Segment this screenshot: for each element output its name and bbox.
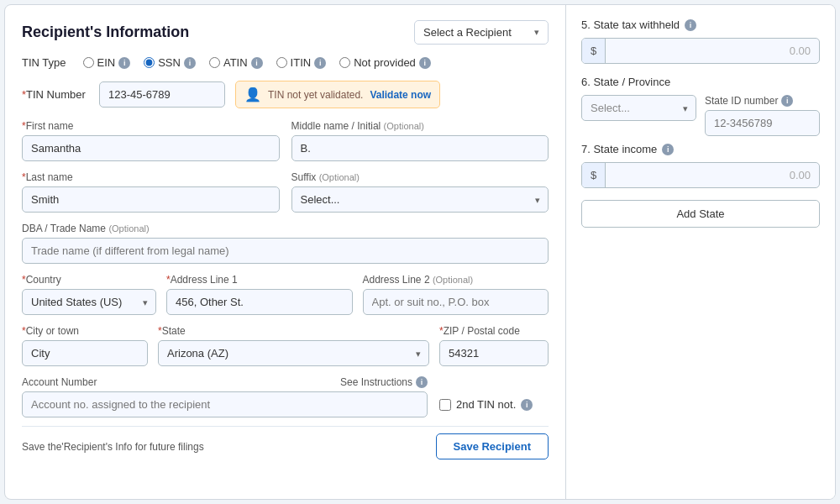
ssn-radio-option[interactable]: SSN i [144,56,196,69]
last-name-input[interactable] [22,186,280,213]
state-income-value: 0.00 [606,163,819,187]
address1-input[interactable] [166,289,353,315]
ein-radio[interactable] [83,57,94,68]
ein-radio-option[interactable]: EIN i [83,56,131,69]
country-select[interactable]: United States (US) [22,289,156,315]
not-provided-radio[interactable] [339,57,350,68]
dba-input[interactable] [22,238,549,264]
suffix-label: Suffix (Optional) [291,171,549,183]
add-state-button[interactable]: Add State [581,200,820,228]
state-province-section-label: 6. State / Province [581,76,820,88]
zip-label: *ZIP / Postal code [439,325,549,337]
validate-now-link[interactable]: Validate now [370,89,431,101]
state-income-input-wrapper: $ 0.00 [581,162,820,188]
save-info-text: Save the'Recipient's Info for future fil… [22,441,204,453]
state-id-input[interactable] [705,110,820,136]
not-provided-radio-option[interactable]: Not provided i [339,56,431,69]
city-input[interactable] [22,340,148,366]
save-recipient-button[interactable]: Save Recipient [436,433,549,459]
address2-input[interactable] [363,289,549,315]
state-tax-label: 5. State tax withheld i [581,18,820,31]
page-title: Recipient's Information [22,24,189,41]
tin-number-input[interactable] [99,81,225,108]
middle-name-label: Middle name / Initial (Optional) [291,120,549,132]
last-name-label: *Last name [22,171,280,183]
second-tin-info-icon[interactable]: i [521,399,533,411]
ssn-radio[interactable] [144,57,155,68]
address1-label: *Address Line 1 [166,274,353,286]
account-number-label: Account Number [22,376,97,388]
see-instructions-info-icon[interactable]: i [416,376,428,388]
itin-radio-option[interactable]: ITIN i [276,56,327,69]
state-income-label: 7. State income i [581,143,820,155]
account-number-input[interactable] [22,391,428,417]
first-name-input[interactable] [22,135,280,161]
atin-info-icon[interactable]: i [251,57,263,69]
address2-label: Address Line 2 (Optional) [363,274,549,286]
select-recipient-dropdown[interactable]: Select a Recipient ▾ [414,20,549,45]
state-id-label: State ID number i [705,95,820,107]
chevron-down-icon: ▾ [534,27,539,38]
state-tax-info-icon[interactable]: i [685,19,696,31]
atin-radio-option[interactable]: ATIN i [209,56,263,69]
validate-banner: 👤 TIN not yet validated. Validate now [235,81,440,108]
city-label: *City or town [22,325,148,337]
second-tin-checkbox[interactable] [439,399,451,411]
middle-name-input[interactable] [291,135,549,161]
state-select[interactable]: Arizona (AZ) [158,340,429,366]
state-income-prefix: $ [582,163,606,187]
tin-number-label: *TIN Number [22,88,89,101]
suffix-select[interactable]: Select... Jr. Sr. II III [291,186,549,213]
state-province-select[interactable]: Select... [581,95,696,121]
state-tax-input-wrapper: $ 0.00 [581,38,820,64]
state-tax-prefix: $ [582,39,606,63]
state-id-info-icon[interactable]: i [781,95,793,107]
zip-input[interactable] [439,340,549,366]
country-label: *Country [22,274,156,286]
state-income-info-icon[interactable]: i [662,144,674,155]
state-tax-value: 0.00 [606,39,819,63]
dba-label: DBA / Trade Name (Optional) [22,223,549,234]
atin-radio[interactable] [209,57,220,68]
itin-info-icon[interactable]: i [314,57,326,69]
itin-radio[interactable] [276,57,287,68]
ein-info-icon[interactable]: i [118,57,130,69]
see-instructions-label: See Instructions [340,376,412,388]
first-name-label: *First name [22,120,280,132]
second-tin-label: 2nd TIN not. [456,398,516,411]
state-label: *State [158,325,429,337]
tin-type-label: TIN Type [22,56,66,69]
not-provided-info-icon[interactable]: i [419,57,431,69]
person-icon: 👤 [244,87,261,102]
ssn-info-icon[interactable]: i [184,57,196,69]
